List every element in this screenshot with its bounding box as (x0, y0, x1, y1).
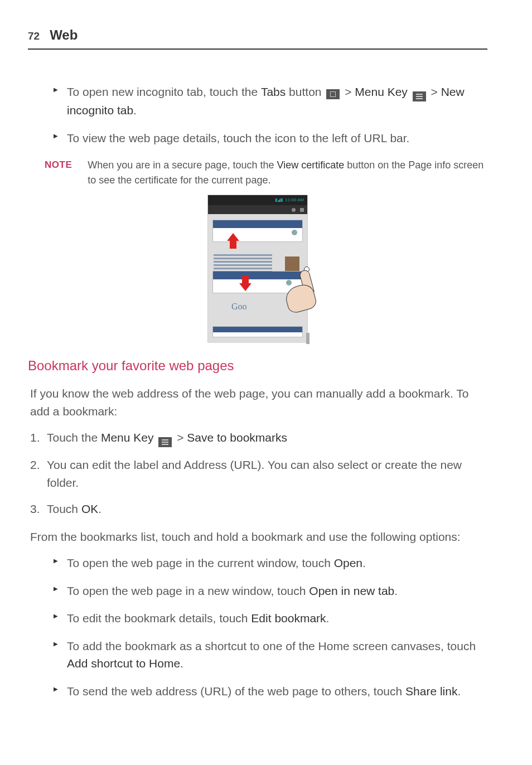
text: Touch (47, 502, 81, 515)
step-number: 3. (30, 500, 40, 518)
text: > (428, 85, 441, 98)
menu-key-label: Menu Key (101, 431, 154, 444)
bullet-incognito: To open new incognito tab, touch the Tab… (56, 83, 487, 119)
step-2: 2. You can edit the label and Address (U… (30, 456, 487, 491)
bookmark-icon (300, 208, 304, 212)
status-bar: ▮◢▮11:00 AM (208, 195, 307, 205)
screenshot-body: Goo (208, 214, 307, 343)
text: To edit the bookmark details, touch (67, 612, 251, 624)
clock-text: 11:00 AM (285, 197, 304, 204)
news-text-lines (214, 254, 272, 274)
page-indicator-icon-2 (286, 280, 292, 285)
note-block: NOTE When you are in a secure page, touc… (28, 158, 487, 188)
text: When you are in a secure page, touch the (88, 159, 277, 171)
step-1: 1. Touch the Menu Key > Save to bookmark… (30, 429, 487, 447)
bullet-add-shortcut: To add the bookmark as a shortcut to one… (56, 637, 487, 672)
bullet-open-new-tab: To open the web page in a new window, to… (56, 582, 487, 600)
note-text: When you are in a secure page, touch the… (88, 158, 487, 188)
add-shortcut-label: Add shortcut to Home (67, 657, 180, 670)
step-number: 2. (30, 456, 40, 474)
menu-icon (158, 437, 172, 447)
refresh-icon (292, 208, 296, 212)
menu-key-label: Menu Key (355, 85, 408, 98)
text: To open the web page in the current wind… (67, 556, 334, 569)
text: You can edit the label and Address (URL)… (47, 458, 462, 489)
page-title: Web (50, 25, 78, 45)
text: . (394, 584, 398, 597)
arrow-down-icon (239, 275, 252, 291)
ok-label: OK (81, 502, 98, 515)
step-number: 1. (30, 429, 40, 447)
section-heading-bookmark: Bookmark your favorite web pages (28, 356, 487, 376)
finger-pointer-icon (302, 270, 312, 294)
text: . (362, 556, 366, 569)
screenshot-figure: ▮◢▮11:00 AM Goo (28, 195, 487, 342)
bullet-edit-bookmark: To edit the bookmark details, touch Edit… (56, 609, 487, 627)
text: To send the web address (URL) of the web… (67, 685, 405, 698)
text: . (457, 685, 461, 698)
address-bar (208, 205, 307, 214)
open-label: Open (334, 556, 362, 569)
text: Touch the (47, 431, 101, 444)
text: > (341, 85, 355, 98)
card-google-news (212, 220, 303, 242)
text: To add the bookmark as a shortcut to one… (67, 640, 476, 652)
text: To open the web page in a new window, to… (67, 584, 309, 597)
shadow-edge (306, 333, 309, 344)
text: . (326, 612, 330, 624)
numbered-steps: 1. Touch the Menu Key > Save to bookmark… (28, 429, 487, 518)
view-certificate-label: View certificate (277, 159, 344, 171)
news-thumbnail (285, 256, 299, 271)
share-link-label: Share link (405, 685, 457, 698)
arrow-up-icon (227, 233, 239, 249)
text: . (133, 104, 137, 117)
signal-icon: ▮◢▮ (275, 197, 283, 204)
text: . (180, 657, 183, 670)
phone-screenshot: ▮◢▮11:00 AM Goo (207, 195, 308, 342)
text: > (173, 431, 187, 444)
tabs-label: Tabs (261, 85, 286, 98)
text: button (286, 85, 325, 98)
top-bullet-list: To open new incognito tab, touch the Tab… (28, 83, 487, 147)
text: To view the web page details, touch the … (67, 132, 409, 144)
note-label: NOTE (45, 158, 72, 188)
intro-paragraph: If you know the web address of the web p… (28, 385, 487, 420)
page-number: 72 (28, 28, 40, 45)
bullet-open: To open the web page in the current wind… (56, 554, 487, 572)
text: . (98, 502, 101, 515)
google-logo-text: Goo (231, 300, 247, 313)
bullet-view-details: To view the web page details, touch the … (56, 129, 487, 147)
tabs-icon (326, 89, 340, 99)
bullet-share-link: To send the web address (URL) of the web… (56, 682, 487, 700)
edit-bookmark-label: Edit bookmark (251, 612, 326, 624)
page-indicator-icon (292, 230, 297, 235)
page-header: 72 Web (28, 25, 487, 50)
text: To open new incognito tab, touch the (67, 85, 261, 98)
menu-icon (413, 91, 426, 101)
save-bookmarks-label: Save to bookmarks (187, 431, 287, 444)
options-bullet-list: To open the web page in the current wind… (28, 554, 487, 700)
step-3: 3. Touch OK. (30, 500, 487, 518)
after-steps-paragraph: From the bookmarks list, touch and hold … (28, 528, 487, 546)
open-new-tab-label: Open in new tab (309, 584, 394, 597)
card-bottom (212, 326, 303, 337)
